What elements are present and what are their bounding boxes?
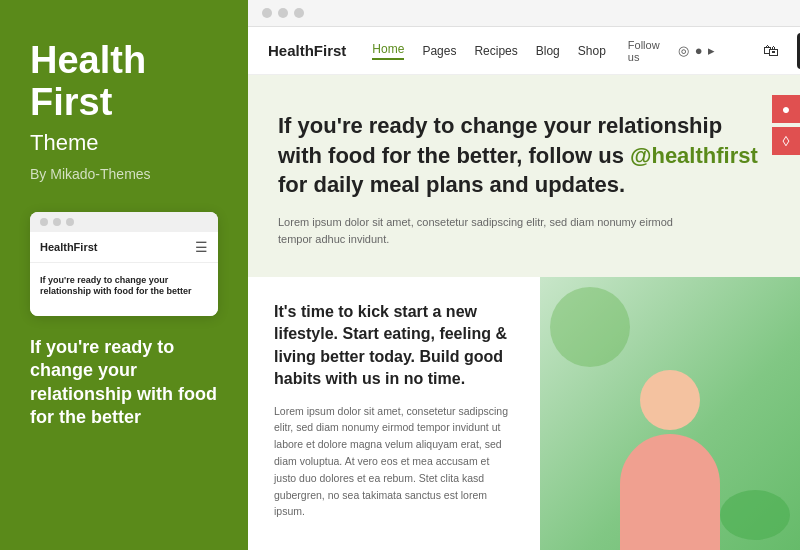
sidebar-title: Health First	[30, 40, 218, 124]
follow-label: Follow us	[628, 39, 660, 63]
site-logo: HealthFirst	[268, 42, 346, 59]
mini-logo: HealthFirst	[40, 241, 97, 253]
person-body	[620, 434, 720, 550]
hero-heading: If you're ready to change your relations…	[278, 111, 770, 200]
browser-chrome	[248, 0, 800, 27]
social-icons: ◎ ● ▸	[678, 43, 716, 58]
mini-dot-1	[40, 218, 48, 226]
mini-hamburger-icon: ☰	[195, 239, 208, 255]
nav-link-recipes[interactable]: Recipes	[474, 44, 517, 58]
twitter-icon: ▸	[708, 43, 715, 58]
nav-link-pages[interactable]: Pages	[422, 44, 456, 58]
cart-icon[interactable]: 🛍	[763, 42, 779, 60]
sidebar: Health First Theme By Mikado-Themes Heal…	[0, 0, 248, 550]
mini-dot-3	[66, 218, 74, 226]
main-content: HealthFirst Home Pages Recipes Blog Shop…	[248, 0, 800, 550]
bottom-text-area: It's time to kick start a new lifestyle.…	[248, 277, 540, 550]
hero-heading-highlight: @healthfirst	[630, 143, 758, 168]
nav-link-shop[interactable]: Shop	[578, 44, 606, 58]
sidebar-by-label: By Mikado-Themes	[30, 166, 218, 182]
badge-icon-1: ●	[772, 95, 800, 123]
hero-side-badges: ● ◊	[772, 95, 800, 155]
bottom-section: It's time to kick start a new lifestyle.…	[248, 277, 800, 550]
mini-browser-bar	[30, 212, 218, 232]
mini-dot-2	[53, 218, 61, 226]
chrome-dot-2	[278, 8, 288, 18]
site-nav: HealthFirst Home Pages Recipes Blog Shop…	[248, 27, 800, 75]
pinterest-icon: ●	[695, 43, 703, 58]
hero-subtext: Lorem ipsum dolor sit amet, consetetur s…	[278, 214, 698, 247]
title-first: First	[30, 81, 112, 123]
chrome-dot-3	[294, 8, 304, 18]
badge-icon-2: ◊	[772, 127, 800, 155]
hero-section: If you're ready to change your relations…	[248, 75, 800, 277]
sidebar-theme-label: Theme	[30, 130, 218, 156]
nav-link-blog[interactable]: Blog	[536, 44, 560, 58]
bottom-body: Lorem ipsum dolor sit amet, consetetur s…	[274, 403, 514, 521]
instagram-icon: ◎	[678, 43, 689, 58]
mini-content: If you're ready to change your relations…	[30, 263, 218, 316]
hero-heading-part2: for daily meal plans and updates.	[278, 172, 625, 197]
chrome-dot-1	[262, 8, 272, 18]
bottom-heading: It's time to kick start a new lifestyle.…	[274, 301, 514, 391]
mini-nav: HealthFirst ☰	[30, 232, 218, 263]
bottom-image	[540, 277, 800, 550]
title-health: Health	[30, 39, 146, 81]
mini-heading: If you're ready to change your relations…	[40, 275, 208, 298]
nav-link-home[interactable]: Home	[372, 42, 404, 60]
decorative-circle	[550, 287, 630, 367]
mini-browser-preview: HealthFirst ☰ If you're ready to change …	[30, 212, 218, 316]
sidebar-preview-text: If you're ready to change your relations…	[30, 336, 218, 430]
person-head	[640, 370, 700, 430]
salad-decoration	[720, 490, 790, 540]
